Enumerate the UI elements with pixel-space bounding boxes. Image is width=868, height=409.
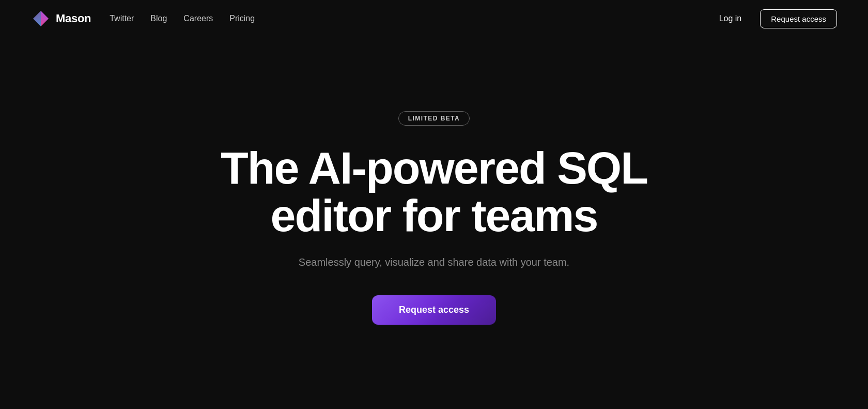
hero-title-line2: editor for teams bbox=[270, 190, 597, 241]
navbar: Mason Twitter Blog Careers Pricing Log i… bbox=[0, 0, 868, 37]
nav-link-twitter[interactable]: Twitter bbox=[110, 14, 134, 23]
beta-badge: LIMITED BETA bbox=[398, 111, 470, 126]
nav-item-blog[interactable]: Blog bbox=[150, 14, 167, 23]
logo-link[interactable]: Mason bbox=[31, 9, 91, 28]
login-button[interactable]: Log in bbox=[713, 10, 748, 27]
svg-marker-1 bbox=[41, 11, 49, 26]
nav-right: Log in Request access bbox=[713, 9, 837, 28]
nav-item-twitter[interactable]: Twitter bbox=[110, 14, 134, 23]
request-access-hero-button[interactable]: Request access bbox=[372, 295, 496, 325]
logo-wordmark: Mason bbox=[56, 12, 91, 25]
hero-title-line1: The AI-powered SQL bbox=[221, 142, 647, 193]
hero-section: LIMITED BETA The AI-powered SQL editor f… bbox=[0, 37, 868, 409]
svg-marker-0 bbox=[33, 11, 41, 26]
request-access-nav-button[interactable]: Request access bbox=[760, 9, 837, 28]
nav-link-careers[interactable]: Careers bbox=[183, 14, 213, 23]
hero-subtitle: Seamlessly query, visualize and share da… bbox=[299, 254, 569, 270]
nav-item-careers[interactable]: Careers bbox=[183, 14, 213, 23]
nav-link-pricing[interactable]: Pricing bbox=[229, 14, 255, 23]
nav-left: Mason Twitter Blog Careers Pricing bbox=[31, 9, 255, 28]
nav-links: Twitter Blog Careers Pricing bbox=[110, 14, 255, 23]
nav-item-pricing[interactable]: Pricing bbox=[229, 14, 255, 23]
mason-logo-icon bbox=[31, 9, 51, 28]
hero-title: The AI-powered SQL editor for teams bbox=[221, 144, 647, 240]
nav-link-blog[interactable]: Blog bbox=[150, 14, 167, 23]
badge-text: LIMITED BETA bbox=[408, 115, 460, 122]
